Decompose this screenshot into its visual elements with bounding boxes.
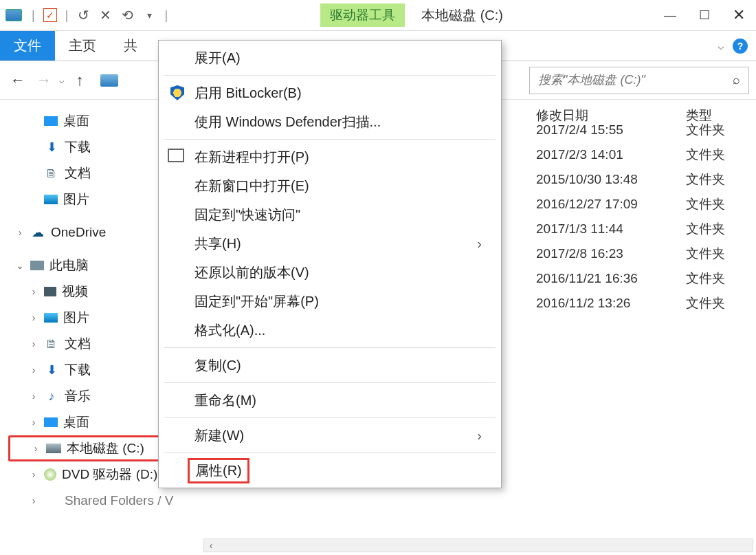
search-input[interactable]: [538, 73, 733, 87]
cell-date: 2017/2/3 14:01: [536, 147, 623, 162]
history-dropdown[interactable]: ⌵: [59, 75, 65, 85]
onedrive-icon: ☁: [30, 225, 45, 240]
back-button[interactable]: ←: [7, 69, 29, 91]
separator: [164, 417, 496, 418]
ctx-copy[interactable]: 复制(C): [159, 351, 501, 380]
context-menu: 展开(A) 启用 BitLocker(B) 使用 Windows Defende…: [158, 40, 502, 488]
collapse-ribbon-icon[interactable]: ⌵: [718, 39, 724, 52]
cell-date: 2017/1/3 11:44: [536, 221, 623, 237]
forward-button[interactable]: →: [33, 69, 55, 91]
up-button[interactable]: ↑: [69, 69, 91, 91]
separator: |: [32, 8, 35, 23]
tree-label: 桌面: [63, 413, 89, 431]
folder-icon: [44, 493, 59, 508]
tree-label: 音乐: [65, 387, 91, 405]
separator: [164, 453, 496, 453]
ctx-defender[interactable]: 使用 Windows Defender扫描...: [159, 107, 501, 136]
music-icon: ♪: [44, 389, 59, 404]
quick-access-toolbar: | ✓ | ↺ ✕ ⟲ ▾ |: [0, 6, 170, 25]
tree-label: 下载: [65, 138, 91, 156]
chevron-right-icon: ›: [477, 428, 482, 444]
ctx-new-process[interactable]: 在新进程中打开(P): [159, 142, 501, 171]
tree-label: 图片: [63, 309, 89, 327]
dvd-icon: [44, 468, 56, 481]
shield-icon: [168, 84, 186, 102]
context-tab-drive-tools[interactable]: 驱动器工具: [320, 3, 405, 27]
cell-type: 文件夹: [686, 146, 725, 164]
ctx-expand[interactable]: 展开(A): [159, 43, 501, 72]
tree-label: Shared Folders / V: [65, 493, 173, 508]
tree-label: DVD 驱动器 (D:): [62, 466, 157, 483]
cell-type: 文件夹: [686, 245, 725, 263]
tab-share-partial[interactable]: 共: [110, 31, 151, 61]
cell-type: 文件夹: [686, 220, 725, 238]
redo-button[interactable]: ✕: [96, 6, 115, 25]
maximize-button[interactable]: ☐: [687, 0, 722, 30]
ctx-format[interactable]: 格式化(A)...: [159, 316, 501, 345]
window-icon: [168, 148, 186, 166]
minimize-button[interactable]: —: [653, 0, 687, 30]
cell-date: 2016/11/21 16:36: [536, 271, 638, 286]
desktop-icon: [44, 116, 58, 126]
tree-label: 此电脑: [49, 257, 89, 274]
cell-date: 2016/12/27 17:09: [536, 197, 638, 212]
search-icon[interactable]: ⌕: [733, 73, 740, 87]
cell-type: 文件夹: [686, 195, 725, 213]
separator: [164, 75, 496, 76]
help-icon[interactable]: ?: [733, 39, 748, 54]
pictures-icon: [44, 313, 58, 323]
title-bar: | ✓ | ↺ ✕ ⟲ ▾ | 驱动器工具 本地磁盘 (C:) — ☐ ✕: [0, 0, 756, 31]
tab-home[interactable]: 主页: [55, 31, 110, 61]
pc-icon: [30, 261, 44, 270]
tree-label: OneDrive: [51, 225, 106, 240]
download-icon: ⬇: [44, 140, 59, 155]
tree-label: 下载: [65, 361, 91, 379]
properties-qat-button[interactable]: ✓: [41, 6, 60, 25]
separator: [164, 382, 496, 383]
document-icon: 🗎: [44, 336, 59, 351]
download-icon: ⬇: [44, 362, 59, 378]
search-box[interactable]: ⌕: [529, 67, 749, 94]
qat-dropdown[interactable]: ▾: [140, 6, 159, 25]
tree-label: 桌面: [63, 112, 89, 130]
separator: |: [164, 8, 168, 23]
cell-date: 2017/2/8 16:23: [536, 246, 623, 261]
cell-type: 文件夹: [686, 270, 725, 287]
drive-icon: [46, 444, 61, 453]
tree-item-shared-folders[interactable]: ›Shared Folders / V: [8, 488, 192, 514]
ctx-share[interactable]: 共享(H)›: [159, 229, 501, 258]
chevron-right-icon: ›: [477, 236, 482, 252]
ctx-new[interactable]: 新建(W)›: [159, 421, 501, 450]
video-icon: [44, 287, 56, 296]
horizontal-scrollbar[interactable]: ‹: [203, 538, 753, 552]
tree-label: 文档: [65, 335, 91, 353]
separator: |: [65, 8, 69, 23]
cell-type: 文件夹: [686, 121, 725, 139]
address-bar[interactable]: [95, 72, 124, 89]
ctx-bitlocker[interactable]: 启用 BitLocker(B): [159, 78, 501, 107]
cell-date: 2015/10/30 13:48: [536, 172, 638, 187]
undo-button[interactable]: ↺: [74, 6, 93, 25]
tree-label: 文档: [65, 164, 91, 182]
tree-label: 本地磁盘 (C:): [67, 439, 144, 457]
delete-qat-button[interactable]: ⟲: [118, 6, 137, 25]
window-title: 本地磁盘 (C:): [421, 6, 503, 25]
ctx-rename[interactable]: 重命名(M): [159, 386, 501, 415]
ctx-restore[interactable]: 还原以前的版本(V): [159, 258, 501, 287]
cell-date: 2017/2/4 15:55: [536, 122, 623, 138]
close-button[interactable]: ✕: [722, 0, 756, 30]
separator: [164, 347, 496, 348]
cell-type: 文件夹: [686, 171, 725, 188]
ctx-pin-quick[interactable]: 固定到"快速访问": [159, 200, 501, 229]
tab-file[interactable]: 文件: [0, 31, 55, 61]
pictures-icon: [44, 195, 58, 204]
ctx-pin-start[interactable]: 固定到"开始"屏幕(P): [159, 287, 501, 316]
ctx-properties[interactable]: 属性(R): [159, 456, 501, 485]
drive-icon: [100, 74, 118, 87]
ctx-new-window[interactable]: 在新窗口中打开(E): [159, 171, 501, 200]
cell-type: 文件夹: [686, 294, 725, 312]
desktop-icon: [44, 417, 58, 427]
document-icon: 🗎: [44, 166, 59, 181]
cell-date: 2016/11/2 13:26: [536, 296, 630, 311]
separator: [164, 139, 496, 140]
